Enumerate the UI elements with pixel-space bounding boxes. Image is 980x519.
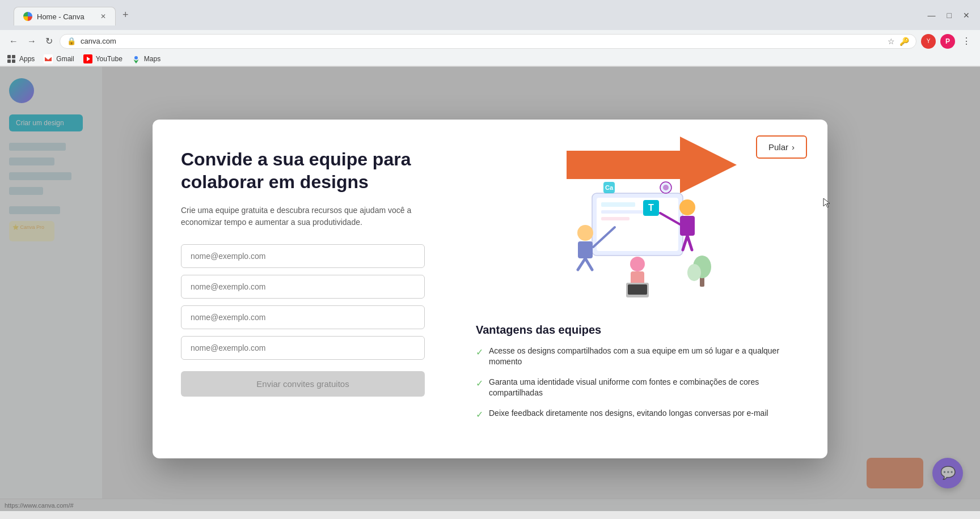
bookmark-gmail[interactable]: Gmail bbox=[44, 54, 74, 63]
benefit-text-1: Acesse os designs compartilhados com a s… bbox=[489, 346, 799, 368]
svg-point-26 bbox=[630, 257, 645, 271]
minimize-button[interactable]: — bbox=[924, 10, 939, 21]
modal-subtitle: Crie uma equipe gratuita e descubra recu… bbox=[181, 205, 425, 228]
address-bar[interactable]: 🔒 canva.com ☆ 🔑 bbox=[60, 34, 916, 49]
browser-tab[interactable]: Home - Canva ✕ bbox=[14, 7, 116, 25]
svg-rect-11 bbox=[601, 202, 635, 207]
check-icon-2: ✓ bbox=[476, 377, 483, 390]
bookmarks-bar: Apps Gmail YouTube Maps bbox=[0, 52, 980, 66]
benefits-section: Vantagens das equipes ✓ Acesse os design… bbox=[476, 324, 799, 431]
key-icon: 🔑 bbox=[899, 37, 909, 46]
svg-rect-2 bbox=[7, 59, 11, 63]
modal-left-panel: Convide a sua equipe para colaborar em d… bbox=[153, 120, 453, 459]
forward-button[interactable]: → bbox=[25, 34, 39, 49]
skip-button[interactable]: Pular › bbox=[756, 135, 807, 159]
maps-icon bbox=[132, 54, 141, 63]
skip-arrow-icon: › bbox=[792, 142, 795, 152]
svg-rect-21 bbox=[680, 216, 695, 236]
benefit-item-1: ✓ Acesse os designs compartilhados com a… bbox=[476, 346, 799, 368]
svg-rect-13 bbox=[601, 217, 630, 220]
bookmark-gmail-label: Gmail bbox=[56, 55, 74, 63]
svg-text:T: T bbox=[648, 203, 654, 212]
svg-point-7 bbox=[134, 56, 138, 59]
svg-text:Ca: Ca bbox=[605, 184, 614, 191]
lock-icon: 🔒 bbox=[67, 37, 76, 45]
maximize-button[interactable]: □ bbox=[944, 10, 955, 21]
grid-icon bbox=[7, 54, 16, 63]
bookmark-apps-label: Apps bbox=[19, 55, 35, 63]
benefit-text-2: Garanta uma identidade visual uniforme c… bbox=[489, 377, 799, 399]
svg-rect-29 bbox=[628, 284, 647, 295]
url-text: canva.com bbox=[81, 37, 116, 45]
tab-close-button[interactable]: ✕ bbox=[100, 12, 106, 20]
svg-rect-3 bbox=[12, 59, 15, 63]
svg-line-19 bbox=[585, 258, 592, 270]
team-illustration: T bbox=[476, 154, 799, 312]
svg-point-32 bbox=[687, 264, 701, 281]
tab-title: Home - Canva bbox=[37, 12, 85, 21]
modal-title: Convide a sua equipe para colaborar em d… bbox=[181, 148, 425, 193]
bookmark-maps[interactable]: Maps bbox=[132, 54, 160, 63]
modal-overlay: Convide a sua equipe para colaborar em d… bbox=[0, 67, 980, 511]
check-icon-1: ✓ bbox=[476, 346, 483, 359]
email-input-4[interactable] bbox=[181, 336, 425, 360]
youtube-icon bbox=[83, 54, 92, 63]
svg-rect-17 bbox=[578, 241, 593, 258]
send-invites-button[interactable]: Enviar convites gratuitos bbox=[181, 371, 425, 397]
benefit-item-2: ✓ Garanta uma identidade visual uniforme… bbox=[476, 377, 799, 399]
svg-point-20 bbox=[679, 199, 695, 215]
svg-rect-12 bbox=[601, 210, 647, 214]
email-input-3[interactable] bbox=[181, 305, 425, 329]
back-button[interactable]: ← bbox=[7, 34, 20, 49]
invite-team-modal: Convide a sua equipe para colaborar em d… bbox=[153, 120, 827, 459]
bookmark-apps[interactable]: Apps bbox=[7, 54, 35, 63]
benefit-item-3: ✓ Deixe feedback diretamente nos designs… bbox=[476, 408, 799, 421]
modal-right-panel: Pular › bbox=[453, 120, 827, 459]
svg-line-23 bbox=[687, 236, 692, 250]
email-input-2[interactable] bbox=[181, 275, 425, 299]
svg-rect-1 bbox=[12, 55, 15, 58]
benefit-text-3: Deixe feedback diretamente nos designs, … bbox=[489, 408, 768, 419]
skip-label: Pular bbox=[768, 142, 788, 152]
bookmark-youtube[interactable]: YouTube bbox=[83, 54, 122, 63]
gmail-icon bbox=[44, 54, 53, 63]
new-tab-button[interactable]: + bbox=[116, 5, 136, 25]
svg-rect-0 bbox=[7, 55, 11, 58]
svg-line-18 bbox=[578, 258, 585, 270]
tab-favicon bbox=[23, 12, 32, 21]
illustration-svg: T bbox=[547, 159, 728, 307]
bookmark-youtube-label: YouTube bbox=[96, 55, 122, 63]
reload-button[interactable]: ↻ bbox=[43, 33, 55, 49]
extension-icon-red: Y bbox=[921, 34, 936, 49]
bookmark-star-icon: ☆ bbox=[888, 37, 895, 46]
svg-point-36 bbox=[663, 185, 669, 190]
close-button[interactable]: ✕ bbox=[960, 10, 973, 21]
svg-point-16 bbox=[577, 225, 593, 241]
check-icon-3: ✓ bbox=[476, 409, 483, 421]
profile-avatar[interactable]: P bbox=[940, 34, 955, 49]
bookmark-maps-label: Maps bbox=[144, 55, 160, 63]
benefits-title: Vantagens das equipes bbox=[476, 324, 799, 337]
menu-button[interactable]: ⋮ bbox=[960, 33, 973, 49]
email-input-1[interactable] bbox=[181, 244, 425, 268]
